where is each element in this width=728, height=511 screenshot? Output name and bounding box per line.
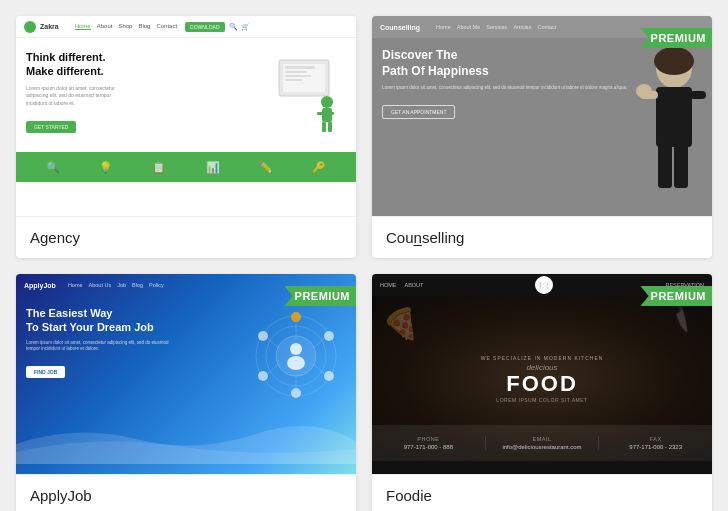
food-main-heading: FOOD	[481, 373, 604, 395]
counselling-premium-badge: PREMIUM	[641, 28, 712, 48]
agency-nav-link-about: About	[97, 23, 113, 30]
counselling-nav-contact: Contact	[537, 24, 556, 30]
counselling-content: Discover ThePath Of Happiness Lorem ipsu…	[382, 48, 702, 183]
food-preview: PREMIUM HOME ABOUT 🍽️ RESERVATION 🍕 🔪 WE…	[372, 274, 712, 474]
svg-point-30	[258, 331, 268, 341]
counselling-preview: PREMIUM Counselling Home About Me Servic…	[372, 16, 712, 216]
applyjob-premium-badge: PREMIUM	[285, 286, 356, 306]
food-premium-badge: PREMIUM	[641, 286, 712, 306]
svg-point-28	[291, 388, 301, 398]
agency-nav-link-shop: Shop	[118, 23, 132, 30]
svg-point-23	[290, 343, 302, 355]
food-card[interactable]: PREMIUM HOME ABOUT 🍽️ RESERVATION 🍕 🔪 WE…	[372, 274, 712, 511]
applyjob-card-title: ApplyJob	[16, 474, 356, 511]
agency-nav-icons: 🔍 🛒	[229, 23, 250, 31]
counselling-card[interactable]: PREMIUM Counselling Home About Me Servic…	[372, 16, 712, 258]
svg-rect-3	[285, 71, 307, 73]
svg-point-29	[258, 371, 268, 381]
bar-icon-5: ✏️	[259, 161, 273, 174]
food-logo-area: 🍽️	[535, 276, 553, 294]
applyjob-body: The Easiest WayTo Start Your Dream Job L…	[16, 296, 356, 464]
counselling-logo: Counselling	[380, 24, 420, 31]
food-sub-text: LOREM IPSUM COLOR SIT AMET	[481, 397, 604, 403]
svg-rect-9	[324, 112, 334, 115]
svg-rect-5	[285, 79, 303, 81]
food-footer-fax-value: 977-171-000 - 2323	[599, 444, 712, 450]
applyjob-text: Lorem ipsum dolor sit amet, consectetur …	[26, 340, 176, 354]
svg-rect-2	[285, 66, 315, 69]
counselling-nav-about: About Me	[457, 24, 481, 30]
agency-nav-cta: DOWNLOAD	[185, 22, 224, 32]
agency-logo-text: Zakra	[40, 23, 59, 30]
applyjob-circles-diagram	[251, 311, 341, 401]
counselling-nav-links: Home About Me Services Articles Contact	[436, 24, 556, 30]
applyjob-nav-about: About Us	[89, 282, 112, 288]
applyjob-nav-job: Job	[117, 282, 126, 288]
food-footer-fax-label: FAX	[599, 436, 712, 442]
agency-content: Think different.Make different. Lorem ip…	[26, 50, 258, 140]
food-body: 🍕 🔪 WE SPECIALIZE IN MODERN KITCHEN deli…	[372, 296, 712, 461]
food-footer-email-label: EMAIL	[486, 436, 599, 442]
applyjob-logo: ApplyJob	[24, 282, 56, 289]
food-content: WE SPECIALIZE IN MODERN KITCHEN deliciou…	[481, 355, 604, 403]
bar-icon-1: 🔍	[46, 161, 60, 174]
food-footer-phone-value: 977-171-000 - 888	[372, 444, 485, 450]
svg-point-27	[324, 371, 334, 381]
counselling-nav-articles: Articles	[513, 24, 531, 30]
agency-nav-link-blog: Blog	[138, 23, 150, 30]
svg-rect-11	[328, 122, 332, 132]
applyjob-cta-button: FIND JOB	[26, 366, 65, 378]
agency-body-text: Lorem ipsum dolor sit amet, consectetura…	[26, 85, 258, 108]
cart-icon: 🛒	[241, 23, 250, 31]
food-small-text: WE SPECIALIZE IN MODERN KITCHEN	[481, 355, 604, 361]
food-footer-phone-label: PHONE	[372, 436, 485, 442]
counselling-body-text: Lorem ipsum dolor sit amet, consectetur …	[382, 85, 702, 92]
agency-illustration	[266, 50, 346, 140]
agency-card[interactable]: Zakra Home About Shop Blog Contact DOWNL…	[16, 16, 356, 258]
food-footer-email: EMAIL info@deliciousrestaurant.com	[486, 436, 600, 450]
counselling-heading: Discover ThePath Of Happiness	[382, 48, 702, 79]
svg-point-24	[287, 356, 305, 370]
svg-rect-4	[285, 75, 311, 77]
counselling-cta-button: GET AN APPOINTMENT	[382, 105, 455, 119]
counselling-card-title: Counselling	[372, 216, 712, 258]
agency-logo: Zakra	[24, 21, 59, 33]
agency-nav-link-contact: Contact	[156, 23, 177, 30]
food-footer-email-value: info@deliciousrestaurant.com	[486, 444, 599, 450]
food-footer-phone: PHONE 977-171-000 - 888	[372, 436, 486, 450]
applyjob-card[interactable]: PREMIUM ApplyJob Home About Us Job Blog …	[16, 274, 356, 511]
applyjob-nav-home: Home	[68, 282, 83, 288]
agency-logo-circle	[24, 21, 36, 33]
agency-heading: Think different.Make different.	[26, 50, 258, 79]
agency-nav-link-home: Home	[75, 23, 91, 30]
applyjob-wave	[16, 414, 356, 464]
agency-card-title: Agency	[16, 216, 356, 258]
bar-icon-4: 📊	[206, 161, 220, 174]
food-card-title: Foodie	[372, 474, 712, 511]
counselling-nav-services: Services	[486, 24, 507, 30]
food-decoration-left: 🍕	[382, 306, 419, 341]
applyjob-heading: The Easiest WayTo Start Your Dream Job	[26, 306, 186, 335]
agency-preview: Zakra Home About Shop Blog Contact DOWNL…	[16, 16, 356, 216]
food-footer: PHONE 977-171-000 - 888 EMAIL info@delic…	[372, 425, 712, 461]
bar-icon-3: 📋	[152, 161, 166, 174]
agency-green-bar: 🔍 💡 📋 📊 ✏️ 🔑	[16, 152, 356, 182]
search-icon: 🔍	[229, 23, 238, 31]
applyjob-nav-links: Home About Us Job Blog Policy	[68, 282, 164, 288]
food-footer-fax: FAX 977-171-000 - 2323	[599, 436, 712, 450]
bar-icon-2: 💡	[99, 161, 113, 174]
card-grid: Zakra Home About Shop Blog Contact DOWNL…	[16, 16, 712, 511]
svg-rect-10	[322, 122, 326, 132]
agency-cta-button: GET STARTED	[26, 121, 76, 133]
bar-icon-6: 🔑	[312, 161, 326, 174]
agency-nav: Zakra Home About Shop Blog Contact DOWNL…	[16, 16, 356, 38]
agency-nav-links: Home About Shop Blog Contact	[75, 23, 177, 30]
food-logo-circle: 🍽️	[535, 276, 553, 294]
applyjob-preview: PREMIUM ApplyJob Home About Us Job Blog …	[16, 274, 356, 474]
counselling-body: Discover ThePath Of Happiness Lorem ipsu…	[372, 38, 712, 193]
applyjob-nav-policy: Policy	[149, 282, 164, 288]
counselling-nav-home: Home	[436, 24, 451, 30]
food-nav-about: ABOUT	[405, 282, 424, 288]
agency-body: Think different.Make different. Lorem ip…	[16, 38, 356, 152]
food-nav-home: HOME	[380, 282, 397, 288]
